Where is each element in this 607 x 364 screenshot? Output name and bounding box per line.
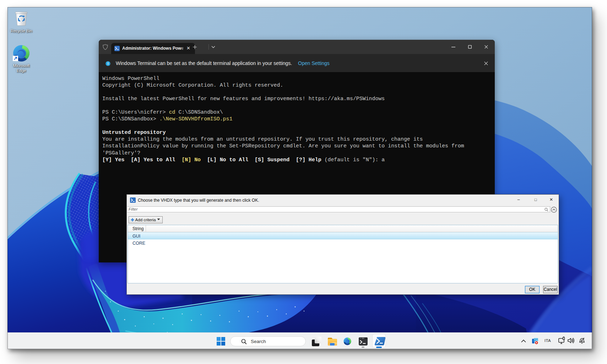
svg-text:i: i [108,62,109,65]
